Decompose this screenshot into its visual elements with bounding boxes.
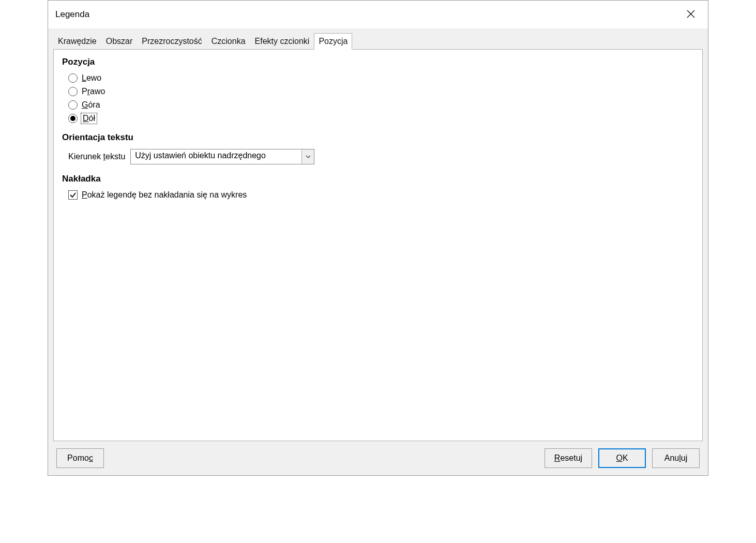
- dialog-title: Legenda: [55, 9, 89, 20]
- tab-transparency[interactable]: Przezroczystość: [137, 33, 206, 50]
- radio-row-bottom[interactable]: Dół: [62, 112, 694, 125]
- cancel-button[interactable]: Anuluj: [652, 448, 700, 468]
- overlay-checkbox-label[interactable]: Pokaż legendę bez nakładania się na wykr…: [82, 190, 247, 200]
- radio-right-label[interactable]: Prawo: [82, 87, 105, 96]
- text-direction-select[interactable]: Użyj ustawień obiektu nadrzędnego: [130, 149, 314, 164]
- radio-top-label[interactable]: Góra: [82, 100, 100, 110]
- tab-strip: Krawędzie Obszar Przezroczystość Czcionk…: [53, 33, 703, 49]
- orientation-heading: Orientacja tekstu: [62, 132, 694, 143]
- overlay-checkbox-row[interactable]: Pokaż legendę bez nakładania się na wykr…: [62, 188, 694, 202]
- dialog-body: Krawędzie Obszar Przezroczystość Czcionk…: [48, 28, 708, 475]
- radio-bottom-label[interactable]: Dół: [82, 114, 96, 123]
- dialog-button-row: Pomoc Resetuj OK Anuluj: [53, 441, 703, 470]
- tab-pane-position: Pozycja Lewo Prawo Góra Dół Orientacja t…: [53, 49, 703, 441]
- ok-button[interactable]: OK: [598, 448, 646, 468]
- radio-top[interactable]: [68, 100, 78, 110]
- overlay-checkbox[interactable]: [68, 190, 78, 200]
- close-button[interactable]: [679, 6, 703, 23]
- titlebar: Legenda: [48, 1, 708, 28]
- radio-bottom[interactable]: [68, 114, 78, 123]
- radio-row-top[interactable]: Góra: [62, 98, 694, 112]
- close-icon: [686, 9, 695, 20]
- radio-right[interactable]: [68, 87, 78, 96]
- help-button[interactable]: Pomoc: [56, 448, 104, 468]
- tab-font-effects[interactable]: Efekty czcionki: [250, 33, 314, 50]
- position-heading: Pozycja: [62, 57, 694, 67]
- tab-font[interactable]: Czcionka: [207, 33, 250, 50]
- radio-left-label[interactable]: Lewo: [82, 73, 101, 83]
- reset-button[interactable]: Resetuj: [545, 448, 592, 468]
- text-direction-label: Kierunek tekstu: [68, 152, 125, 161]
- radio-row-left[interactable]: Lewo: [62, 71, 694, 85]
- radio-left[interactable]: [68, 73, 78, 83]
- text-direction-row: Kierunek tekstu Użyj ustawień obiektu na…: [62, 147, 694, 167]
- tab-area[interactable]: Obszar: [101, 33, 138, 50]
- overlay-heading: Nakładka: [62, 174, 694, 184]
- legend-dialog: Legenda Krawędzie Obszar Przezroczystość…: [48, 0, 708, 476]
- tab-position[interactable]: Pozycja: [314, 33, 352, 50]
- check-icon: [69, 191, 77, 199]
- radio-row-right[interactable]: Prawo: [62, 85, 694, 98]
- tab-borders[interactable]: Krawędzie: [53, 33, 101, 50]
- text-direction-value: Użyj ustawień obiektu nadrzędnego: [131, 149, 301, 164]
- chevron-down-icon: [301, 149, 314, 164]
